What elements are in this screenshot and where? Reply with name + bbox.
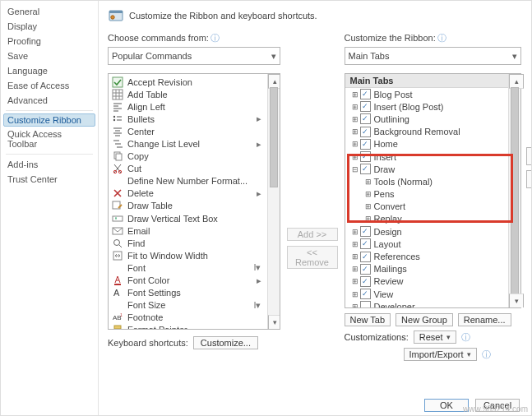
command-item: Draw Vertical Text Box [110, 212, 266, 224]
command-item: Draw Table [110, 200, 266, 212]
copy-icon [112, 150, 123, 162]
import-export-button[interactable]: Import/Export▾ [404, 348, 477, 361]
commands-listbox[interactable]: Accept Revision Add Table Align Left Bul… [108, 73, 280, 330]
expand-icon[interactable]: ⊞ [350, 265, 360, 273]
scroll-thumb[interactable] [270, 87, 278, 187]
new-tab-button[interactable]: New Tab [345, 313, 391, 326]
checkbox[interactable] [360, 276, 371, 287]
command-item: Add Table [110, 88, 266, 100]
customize-button[interactable]: Customize... [193, 336, 258, 349]
svg-rect-4 [113, 90, 123, 99]
checkbox[interactable] [360, 151, 371, 162]
expand-icon[interactable]: ⊞ [363, 178, 373, 186]
checkbox[interactable] [360, 289, 371, 299]
move-up-button[interactable]: ▴ [526, 147, 532, 165]
expand-icon[interactable]: ⊞ [350, 290, 360, 298]
svg-rect-20 [114, 326, 121, 329]
remove-button: << Remove [287, 246, 338, 269]
svg-rect-3 [113, 77, 123, 87]
checkbox[interactable] [360, 89, 371, 99]
info-icon[interactable]: ⓘ [482, 349, 491, 361]
watermark: www.989214.com [463, 404, 528, 414]
sidebar-item-general[interactable]: General [1, 4, 98, 19]
expand-icon[interactable]: ⊞ [350, 103, 360, 111]
reset-button[interactable]: Reset▾ [414, 330, 456, 344]
customizations-label: Customizations: [345, 332, 409, 342]
checkbox[interactable] [360, 238, 371, 249]
checkbox[interactable] [360, 264, 371, 275]
move-down-button[interactable]: ▾ [526, 170, 532, 188]
scrollbar[interactable]: ▴ ▾ [267, 74, 280, 329]
scroll-thumb[interactable] [511, 87, 519, 294]
tree-item-convert: ⊞Convert [345, 201, 510, 213]
expand-icon[interactable]: ⊞ [350, 240, 360, 248]
expand-icon[interactable]: ⊞ [350, 90, 360, 99]
expand-icon[interactable]: ⊞ [350, 252, 360, 261]
expand-icon[interactable]: ⊞ [350, 303, 360, 307]
collapse-icon[interactable]: ⊟ [350, 165, 360, 173]
svg-rect-8 [116, 154, 122, 160]
sidebar-item-display[interactable]: Display [1, 19, 98, 34]
sidebar-item-proofing[interactable]: Proofing [1, 34, 98, 49]
expand-icon[interactable]: ⊞ [350, 115, 360, 123]
scroll-down-icon[interactable]: ▾ [268, 315, 280, 329]
expand-icon[interactable]: ⊞ [350, 153, 360, 161]
checkbox[interactable] [360, 113, 371, 124]
info-icon[interactable]: ⓘ [461, 331, 470, 344]
sidebar-item-add-ins[interactable]: Add-ins [1, 157, 98, 172]
find-icon [112, 238, 123, 249]
customize-ribbon-dropdown[interactable]: Main Tabs ▾ [345, 47, 522, 65]
info-icon[interactable]: ⓘ [437, 33, 446, 43]
expand-icon[interactable]: ⊞ [363, 215, 373, 223]
checkbox[interactable] [360, 139, 371, 150]
draw-table-icon [112, 200, 123, 211]
checkbox[interactable] [360, 226, 371, 237]
sidebar-item-trust-center[interactable]: Trust Center [1, 172, 98, 187]
ribbon-tree[interactable]: Main Tabs ⊞Blog Post ⊞Insert (Blog Post)… [345, 73, 522, 308]
sidebar-separator [6, 154, 93, 155]
command-item: Center [110, 125, 266, 137]
scroll-down-icon[interactable]: ▾ [509, 294, 524, 307]
submenu-arrow-icon: ▸ [257, 139, 265, 150]
svg-point-6 [113, 119, 115, 121]
sidebar-item-ease-of-access[interactable]: Ease of Access [1, 78, 98, 93]
expand-icon[interactable]: ⊞ [350, 127, 360, 136]
expand-icon[interactable]: ⊞ [350, 277, 360, 285]
command-item: Font SizeI▾ [110, 299, 266, 312]
info-icon[interactable]: ⓘ [210, 33, 220, 43]
svg-rect-12 [113, 216, 123, 221]
command-item: AB1Footnote [110, 312, 266, 324]
sidebar-item-advanced[interactable]: Advanced [1, 93, 98, 108]
email-icon [112, 225, 123, 237]
expand-icon[interactable]: ⊞ [363, 202, 373, 210]
ribbon-icon [108, 7, 124, 24]
choose-commands-dropdown[interactable]: Popular Commands ▾ [108, 47, 280, 65]
tree-item-insert: ⊞Insert [345, 150, 510, 163]
checkbox[interactable] [360, 127, 371, 137]
fit-width-icon [112, 250, 123, 261]
scrollbar[interactable]: ▴ ▾ [508, 74, 520, 307]
bullets-icon [112, 113, 123, 125]
expand-icon[interactable]: ⊞ [363, 190, 373, 198]
sidebar-item-save[interactable]: Save [1, 49, 98, 63]
commands-column: Choose commands from:ⓘ Popular Commands … [108, 32, 280, 365]
sidebar-item-quick-access-toolbar[interactable]: Quick Access Toolbar [1, 127, 98, 151]
expand-icon[interactable]: ⊞ [350, 140, 360, 148]
reorder-buttons: ▴ ▾ [526, 147, 532, 188]
new-group-button[interactable]: New Group [396, 313, 453, 326]
checkbox[interactable] [360, 252, 371, 262]
list-level-icon [112, 138, 123, 150]
checkbox[interactable] [360, 301, 371, 307]
ok-button[interactable]: OK [424, 399, 469, 412]
checkbox[interactable] [360, 164, 371, 174]
rename-button[interactable]: Rename... [458, 313, 511, 326]
sidebar-item-customize-ribbon[interactable]: Customize Ribbon [3, 113, 95, 127]
command-item: Font Color▸ [110, 275, 266, 287]
sidebar-item-language[interactable]: Language [1, 63, 98, 78]
customize-ribbon-value: Main Tabs [349, 51, 390, 61]
choose-commands-label: Choose commands from: [108, 33, 209, 43]
expand-icon[interactable]: ⊞ [350, 228, 360, 236]
checkbox[interactable] [360, 101, 371, 112]
font-size-icon [112, 299, 123, 311]
command-item: AFont Settings [110, 287, 266, 299]
